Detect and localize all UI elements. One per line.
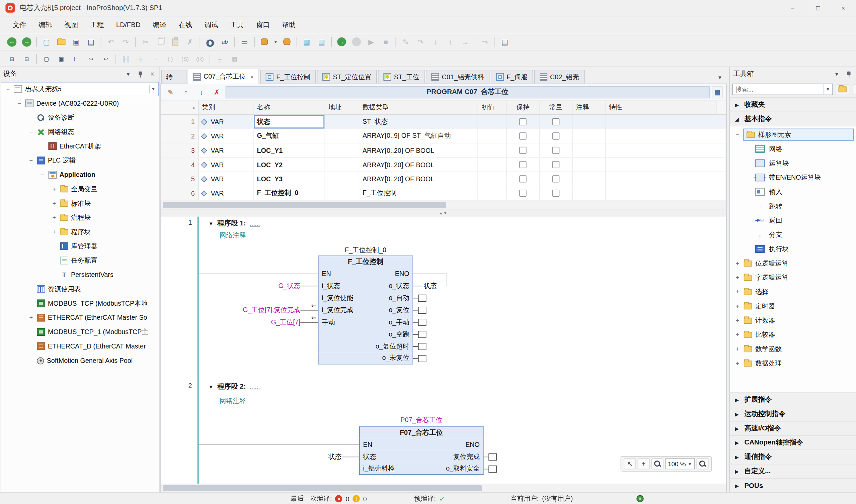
toolbar-button-icon[interactable]: ▢ bbox=[39, 35, 53, 48]
toolbox-folder[interactable]: + 比较器 bbox=[730, 327, 856, 342]
toolbar-button-icon[interactable] bbox=[280, 35, 294, 48]
input-pin[interactable]: i_复位使能 bbox=[322, 293, 353, 303]
initvalue-cell[interactable] bbox=[478, 129, 507, 143]
table-view-icon[interactable]: ▦ bbox=[712, 86, 723, 98]
tree-item[interactable]: MODBUS_TCP_1 (ModbusTCP主 bbox=[1, 325, 159, 339]
address-cell[interactable] bbox=[325, 129, 359, 143]
declaration-toolbar-button-icon[interactable]: ✗ bbox=[210, 86, 223, 98]
fb-body-row[interactable]: EN ENO bbox=[359, 438, 483, 450]
initvalue-cell[interactable] bbox=[478, 186, 507, 200]
ld-toolbar-button-icon[interactable]: ( ) bbox=[164, 52, 177, 65]
comment-cell[interactable] bbox=[573, 143, 606, 157]
ld-toolbar-button-icon[interactable]: ↩ bbox=[99, 52, 113, 65]
column-header[interactable]: 名称 bbox=[254, 101, 325, 114]
variable-row[interactable]: 1 VAR 状态 ST_状态 bbox=[161, 115, 726, 129]
scrollbar-thumb[interactable] bbox=[163, 202, 446, 208]
ld-toolbar-button-icon[interactable]: ╫ bbox=[134, 52, 147, 65]
column-header[interactable]: 初值 bbox=[478, 101, 507, 114]
input-variable[interactable]: 状态 bbox=[328, 452, 341, 462]
fb-body-row[interactable]: o_未复位 bbox=[318, 352, 413, 364]
toolbar-button-icon[interactable]: ▤ bbox=[84, 35, 98, 48]
tree-item[interactable]: Application bbox=[1, 167, 159, 182]
menu-item[interactable]: 文件 bbox=[7, 17, 33, 33]
constant-checkbox[interactable] bbox=[552, 147, 560, 154]
toolbar-button-icon[interactable]: ▭ bbox=[238, 35, 252, 48]
toolbox-folder[interactable]: + 位逻辑运算 bbox=[730, 256, 856, 271]
initvalue-cell[interactable] bbox=[478, 172, 507, 186]
variable-row[interactable]: 5 VAR LOC_Y3 ARRAY[0..20] OF BOOL bbox=[161, 172, 726, 186]
tree-item[interactable]: Device (AC802-0222-U0R0) bbox=[1, 96, 159, 111]
address-cell[interactable] bbox=[325, 115, 359, 128]
toolbar-button-icon[interactable]: ✂ bbox=[139, 35, 152, 48]
menu-item[interactable]: 在线 bbox=[172, 17, 198, 33]
toolbar-button-icon[interactable] bbox=[473, 35, 477, 48]
toolbar-button-icon[interactable]: ▤ bbox=[498, 35, 512, 48]
menu-item[interactable]: 帮助 bbox=[276, 17, 302, 33]
retain-checkbox[interactable] bbox=[519, 190, 526, 197]
toolbox-item[interactable]: ◀RET 返回 bbox=[730, 213, 856, 228]
tree-item[interactable]: SoftMotion General Axis Pool bbox=[1, 354, 159, 368]
declaration-toolbar-button-icon[interactable]: ↑ bbox=[179, 86, 192, 98]
toolbar-button-icon[interactable] bbox=[233, 35, 237, 48]
toolbox-folder[interactable]: + 选择 bbox=[730, 285, 856, 299]
toolbar-button-icon[interactable]: ↷ bbox=[414, 35, 428, 48]
name-cell[interactable]: LOC_Y2 bbox=[254, 158, 325, 172]
column-header[interactable]: 保持 bbox=[507, 101, 540, 114]
attribute-cell[interactable] bbox=[605, 115, 726, 128]
tree-item[interactable]: MODBUS_TCP (ModbusTCP本地 bbox=[1, 296, 159, 311]
toolbar-button-icon[interactable]: ← bbox=[349, 35, 363, 48]
toolbar-button-icon[interactable]: ✎ bbox=[399, 35, 412, 48]
retain-checkbox[interactable] bbox=[519, 132, 526, 140]
toolbar-button-icon[interactable]: ▣ bbox=[69, 35, 83, 48]
column-header[interactable]: 常量 bbox=[540, 101, 573, 114]
toolbox-section-favorites[interactable]: ▶ 收藏夹 bbox=[730, 98, 856, 112]
toolbar-button-icon[interactable] bbox=[295, 35, 299, 48]
scope-cell[interactable]: VAR bbox=[199, 186, 253, 200]
declaration-toolbar-button-icon[interactable]: ↓ bbox=[195, 86, 208, 98]
address-cell[interactable] bbox=[325, 158, 359, 172]
tree-expander-icon[interactable] bbox=[51, 229, 57, 235]
panel-menu-icon[interactable]: ▼ bbox=[124, 70, 132, 78]
attribute-cell[interactable] bbox=[605, 129, 726, 143]
input-pin[interactable]: EN bbox=[322, 270, 331, 277]
ladder-hscrollbar[interactable] bbox=[161, 484, 726, 492]
editor-toolbox-splitter[interactable] bbox=[727, 67, 730, 492]
output-pin[interactable]: o_复位超时 bbox=[376, 341, 409, 351]
toolbox-folder[interactable]: + 定时器 bbox=[730, 299, 856, 313]
variable-row[interactable]: 2 VAR G_气缸 ARRAY[0..9] OF ST_气缸自动 bbox=[161, 129, 726, 143]
comment-cell[interactable] bbox=[573, 186, 606, 200]
chevron-down-icon[interactable]: ▼ bbox=[823, 84, 832, 94]
toolbar-button-icon[interactable] bbox=[35, 35, 39, 48]
datatype-cell[interactable]: ARRAY[0..20] OF BOOL bbox=[359, 143, 478, 157]
toolbox-section[interactable]: ▶ POUs bbox=[730, 478, 856, 493]
tree-item[interactable]: 程序块 bbox=[1, 225, 159, 239]
input-variable[interactable]: G_工位[7].复位完成 bbox=[243, 305, 300, 315]
constant-checkbox[interactable] bbox=[552, 132, 560, 140]
output-assign-box[interactable] bbox=[418, 330, 427, 338]
toolbar-button-icon[interactable]: ⇒ bbox=[478, 35, 492, 48]
toolbox-section[interactable]: ▶ 自定义... bbox=[730, 464, 856, 478]
output-pin[interactable]: o_复位 bbox=[389, 305, 409, 315]
attribute-cell[interactable] bbox=[605, 158, 726, 172]
toolbar-button-icon[interactable]: ■ bbox=[379, 35, 393, 48]
fb-body-row[interactable]: o_空跑 bbox=[318, 328, 413, 340]
ld-toolbar-button-icon[interactable]: ┬ bbox=[213, 52, 227, 65]
network-comment[interactable]: 网络注释 bbox=[199, 391, 726, 407]
input-pin[interactable]: i_状态 bbox=[322, 281, 340, 291]
constant-checkbox[interactable] bbox=[552, 175, 560, 182]
input-pin[interactable]: i_复位完成 bbox=[322, 305, 353, 315]
toolbox-item[interactable]: 执行块 bbox=[730, 242, 856, 256]
fb-body-row[interactable]: o_复位超时 bbox=[318, 340, 413, 352]
tree-expander-icon[interactable] bbox=[16, 100, 22, 107]
name-cell[interactable]: 状态 bbox=[254, 115, 325, 128]
menu-item[interactable]: 调试 bbox=[198, 17, 224, 33]
toolbar-button-icon[interactable] bbox=[203, 35, 217, 48]
datatype-cell[interactable]: ARRAY[0..9] OF ST_气缸自动 bbox=[359, 129, 478, 143]
comment-cell[interactable] bbox=[573, 172, 606, 186]
constant-checkbox[interactable] bbox=[552, 118, 560, 125]
tree-item[interactable]: ETHERCAT (EtherCAT Master So bbox=[1, 310, 159, 325]
toolbox-search-input[interactable] bbox=[733, 86, 823, 93]
panel-menu-icon[interactable]: ▼ bbox=[833, 70, 841, 78]
tree-expander-icon[interactable]: + bbox=[735, 274, 740, 281]
name-cell[interactable]: LOC_Y1 bbox=[254, 143, 325, 157]
